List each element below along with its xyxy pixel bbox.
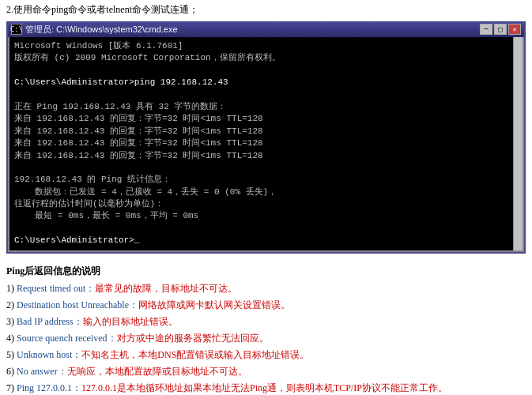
cmd-line-13: C:\Users\Administrator>_ <box>14 235 518 246</box>
ping-item-6-label: No answer： <box>17 366 67 377</box>
cmd-line-blank-1 <box>14 65 518 77</box>
cmd-line-10: 数据包：已发送 = 4，已接收 = 4，丢失 = 0 (0% 丢失)， <box>14 186 518 198</box>
ping-item-6-desc: 无响应，本地配置故障或目标地址不可达。 <box>67 366 247 377</box>
ping-info-title: Ping后返回信息的说明 <box>6 265 526 278</box>
ping-item-2-num: 2) <box>6 299 17 310</box>
ping-item-2: 2) Destination host Unreachable：网络故障或网卡默… <box>6 298 526 312</box>
ping-item-2-desc: 网络故障或网卡默认网关设置错误。 <box>138 299 290 310</box>
ping-item-3-desc: 输入的目标地址错误。 <box>83 316 178 327</box>
ping-item-7-label: Ping 127.0.0.1： <box>17 382 81 393</box>
cmd-line-9: 192.168.12.43 的 Ping 统计信息： <box>14 174 518 186</box>
ping-item-3-num: 3) <box>6 316 17 327</box>
ping-item-5-label: Unknown host： <box>17 349 81 360</box>
instruction-text: 2.使用命令ping命令或者telnent命令测试连通； <box>0 0 532 21</box>
cmd-titlebar-buttons: ─ □ ✕ <box>480 24 521 35</box>
ping-info-section: Ping后返回信息的说明 1) Request timed out：最常见的故障… <box>0 260 532 395</box>
ping-item-4-desc: 对方或中途的服务器繁忙无法回应。 <box>117 333 269 344</box>
cmd-line-5: 来自 192.168.12.43 的回复：字节=32 时间<1ms TTL=12… <box>14 113 518 125</box>
cmd-body: Microsoft Windows [版本 6.1.7601] 版权所有 (c)… <box>8 37 524 252</box>
close-button[interactable]: ✕ <box>508 24 521 35</box>
ping-item-4: 4) Source quench received：对方或中途的服务器繁忙无法回… <box>6 331 526 345</box>
ping-item-6-num: 6) <box>6 366 17 377</box>
cmd-line-6: 来自 192.168.12.43 的回复：字节=32 时间<1ms TTL=12… <box>14 126 518 137</box>
ping-item-4-num: 4) <box>6 333 17 344</box>
cmd-line-2: 版权所有 (c) 2009 Microsoft Corporation，保留所有… <box>14 52 518 64</box>
ping-item-7-desc: 127.0.0.1是本地循环地址如果本地址无法Ping通，则表明本机TCP/IP… <box>81 382 447 393</box>
ping-item-4-label: Source quench received： <box>17 333 117 344</box>
ping-item-3-label: Bad IP address： <box>17 316 83 327</box>
ping-item-5-num: 5) <box>6 349 17 360</box>
cmd-line-4: 正在 Ping 192.168.12.43 具有 32 字节的数据： <box>14 101 518 113</box>
cmd-line-blank-4 <box>14 223 518 235</box>
ping-item-5: 5) Unknown host：不知名主机，本地DNS配置错误或输入目标地址错误… <box>6 348 526 362</box>
cmd-line-7: 来自 192.168.12.43 的回复：字节=32 时间<1ms TTL=12… <box>14 137 518 149</box>
cmd-line-12: 最短 = 0ms，最长 = 0ms，平均 = 0ms <box>14 210 518 222</box>
cmd-titlebar-left: C:\ 管理员: C:\Windows\system32\cmd.exe <box>11 24 178 36</box>
ping-item-3: 3) Bad IP address：输入的目标地址错误。 <box>6 314 526 329</box>
ping-item-6: 6) No answer：无响应，本地配置故障或目标地址不可达。 <box>6 364 526 378</box>
ping-item-5-desc: 不知名主机，本地DNS配置错误或输入目标地址错误。 <box>81 349 309 360</box>
cmd-line-3: C:\Users\Administrator>ping 192.168.12.4… <box>14 77 518 88</box>
cmd-line-1: Microsoft Windows [版本 6.1.7601] <box>14 40 518 52</box>
cmd-line-8: 来自 192.168.12.43 的回复：字节=32 时间<1ms TTL=12… <box>14 150 518 162</box>
scrollbar[interactable] <box>513 37 523 250</box>
cmd-line-blank-3 <box>14 162 518 174</box>
cmd-icon: C:\ <box>11 24 22 35</box>
cmd-titlebar: C:\ 管理员: C:\Windows\system32\cmd.exe ─ □… <box>8 21 524 37</box>
cmd-title: 管理员: C:\Windows\system32\cmd.exe <box>25 24 178 36</box>
ping-item-1-num: 1) <box>6 283 17 294</box>
cmd-line-11: 往返行程的估计时间(以毫秒为单位)： <box>14 198 518 210</box>
ping-item-1-label: Request timed out： <box>17 283 95 294</box>
minimize-button[interactable]: ─ <box>480 24 492 35</box>
ping-item-7: 7) Ping 127.0.0.1：127.0.0.1是本地循环地址如果本地址无… <box>6 381 526 395</box>
ping-item-7-num: 7) <box>6 382 17 393</box>
ping-item-1-desc: 最常见的故障，目标地址不可达。 <box>95 283 237 294</box>
cmd-line-blank-2 <box>14 89 518 101</box>
maximize-button[interactable]: □ <box>494 24 507 35</box>
ping-item-2-label: Destination host Unreachable： <box>17 299 138 310</box>
ping-item-1: 1) Request timed out：最常见的故障，目标地址不可达。 <box>6 281 526 295</box>
cmd-window: C:\ 管理员: C:\Windows\system32\cmd.exe ─ □… <box>6 21 526 254</box>
